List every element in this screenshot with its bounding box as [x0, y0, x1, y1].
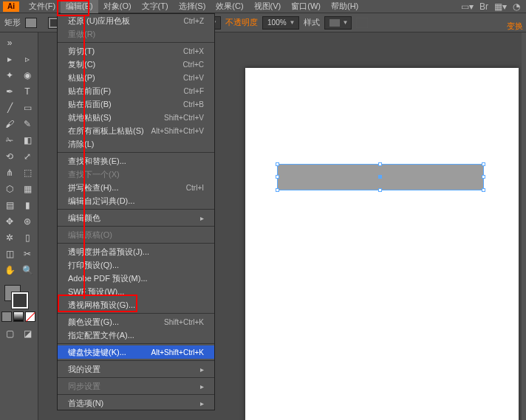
tool-panel: » ▸ ▹ ✦ ◉ ✒ T ╱ ▭ 🖌 ✎ ✁ ◧ ⟲ ⤢ ⋔ [0, 32, 38, 420]
edit-menu-item[interactable]: 颜色设置(G)...Shift+Ctrl+K [58, 315, 214, 328]
gradient-tool[interactable]: ▮ [19, 198, 35, 213]
free-transform-tool[interactable]: ⬚ [19, 165, 35, 180]
opacity-label[interactable]: 不透明度 [225, 17, 258, 28]
style-label: 样式 [304, 17, 320, 28]
fill-swatch[interactable] [25, 18, 37, 28]
edit-menu-item[interactable]: 查找和替换(E)... [58, 154, 214, 168]
fill-stroke-swatches[interactable] [1, 283, 36, 309]
color-mode-none[interactable] [25, 311, 35, 322]
color-mode-gradient[interactable] [13, 311, 24, 322]
edit-menu-item[interactable]: 贴在前面(F)Ctrl+F [58, 84, 214, 97]
blend-tool[interactable]: ⊛ [19, 214, 35, 229]
edit-menu-item[interactable]: 首选项(N)▸ [58, 396, 214, 410]
edit-menu-item[interactable]: 还原 (U)应用色板Ctrl+Z [58, 14, 214, 27]
rotate-tool[interactable]: ⟲ [1, 149, 18, 164]
type-tool[interactable]: T [19, 84, 35, 99]
resize-handle[interactable] [378, 162, 382, 166]
zoom-tool[interactable]: 🔍 [19, 263, 35, 278]
eyedropper-tool[interactable]: ✥ [1, 214, 18, 229]
menu-edit[interactable]: 编辑(E) [61, 0, 98, 13]
screen-mode-toggle[interactable]: ◪ [19, 326, 35, 341]
artboard[interactable] [245, 68, 519, 420]
edit-menu-item[interactable]: SWF 预设(W)... [58, 285, 214, 298]
edit-menu-item[interactable]: Adobe PDF 预设(M)... [58, 272, 214, 285]
edit-menu-item[interactable]: 我的设置▸ [58, 362, 214, 376]
align-icon[interactable] [356, 18, 368, 28]
edit-menu-item[interactable]: 指定配置文件(A)... [58, 328, 214, 342]
right-panel-collapsed[interactable] [522, 32, 526, 420]
resize-handle[interactable] [378, 188, 382, 192]
color-mode-solid[interactable] [1, 311, 12, 322]
selected-rectangle-shape[interactable] [277, 164, 484, 190]
slice-tool[interactable]: ✂ [19, 247, 35, 261]
hand-tool[interactable]: ✋ [1, 263, 18, 278]
arrange-icon[interactable]: ▦▾ [494, 1, 507, 12]
menu-type[interactable]: 文字(T) [137, 0, 174, 13]
opacity-value[interactable]: 100%▼ [262, 16, 299, 30]
center-point[interactable] [378, 175, 382, 179]
menu-file[interactable]: 文件(F) [24, 0, 61, 13]
resize-handle[interactable] [276, 188, 279, 192]
paintbrush-tool[interactable]: 🖌 [1, 117, 18, 131]
rectangle-tool[interactable]: ▭ [19, 100, 35, 115]
app-logo: Ai [3, 1, 19, 12]
menu-object[interactable]: 对象(O) [98, 0, 137, 13]
resize-handle[interactable] [276, 175, 279, 179]
edit-menu-item[interactable]: 打印预设(Q)... [58, 258, 214, 272]
resize-handle[interactable] [276, 162, 279, 166]
shape-type-label: 矩形 [4, 17, 21, 28]
resize-handle[interactable] [482, 175, 485, 179]
edit-menu-item[interactable]: 编辑颜色▸ [58, 211, 214, 224]
edit-menu-item[interactable]: 粘贴(P)Ctrl+V [58, 71, 214, 84]
edit-menu-item: 同步设置▸ [58, 379, 214, 393]
style-dropdown[interactable]: ▼ [324, 16, 352, 30]
edit-menu-item[interactable]: 键盘快捷键(K)...Alt+Shift+Ctrl+K [58, 345, 214, 359]
pen-tool[interactable]: ✒ [1, 84, 18, 99]
edit-menu-item: 查找下一个(X) [58, 168, 214, 181]
menu-select[interactable]: 选择(S) [174, 0, 211, 13]
edit-menu-item: 编辑原稿(O) [58, 228, 214, 241]
direct-selection-tool[interactable]: ▹ [19, 52, 35, 66]
edit-menu-item[interactable]: 透视网格预设(G)... [58, 298, 214, 311]
bridge-icon[interactable]: Br [479, 1, 488, 12]
double-arrow-icon[interactable]: » [1, 35, 18, 50]
lasso-tool[interactable]: ◉ [19, 68, 35, 83]
scale-tool[interactable]: ⤢ [19, 149, 35, 164]
resize-handle[interactable] [482, 188, 485, 192]
edit-menu-item[interactable]: 剪切(T)Ctrl+X [58, 44, 214, 58]
stroke-color-swatch[interactable] [12, 292, 28, 309]
transform-label[interactable]: 变换 [507, 21, 523, 32]
edit-menu-item[interactable]: 拼写检查(H)...Ctrl+I [58, 181, 214, 194]
edit-menu-item[interactable]: 在所有画板上粘贴(S)Alt+Shift+Ctrl+V [58, 124, 214, 137]
edit-menu-item[interactable]: 复制(C)Ctrl+C [58, 58, 214, 71]
edit-menu-item[interactable]: 透明度拼合器预设(J)... [58, 245, 214, 258]
eraser-tool[interactable]: ◧ [19, 133, 35, 148]
menu-window[interactable]: 窗口(W) [286, 0, 326, 13]
doc-layout-icon[interactable]: ▭▾ [461, 1, 474, 12]
graph-tool[interactable]: ▯ [19, 230, 35, 245]
blob-brush-tool[interactable]: ✁ [1, 133, 18, 148]
artboard-tool[interactable]: ◫ [1, 247, 18, 261]
shape-builder-tool[interactable]: ⬡ [1, 182, 18, 196]
edit-menu-item[interactable]: 就地粘贴(S)Shift+Ctrl+V [58, 111, 214, 124]
magic-wand-tool[interactable]: ✦ [1, 68, 18, 83]
edit-dropdown-menu: 还原 (U)应用色板Ctrl+Z重做(R)剪切(T)Ctrl+X复制(C)Ctr… [57, 13, 215, 410]
pencil-tool[interactable]: ✎ [19, 117, 35, 131]
perspective-grid-tool[interactable]: ▦ [19, 182, 35, 196]
resize-handle[interactable] [482, 162, 485, 166]
menu-help[interactable]: 帮助(H) [326, 0, 363, 13]
edit-menu-item: 重做(R) [58, 27, 214, 41]
symbol-sprayer-tool[interactable]: ✲ [1, 230, 18, 245]
line-tool[interactable]: ╱ [1, 100, 18, 115]
menu-effect[interactable]: 效果(C) [211, 0, 248, 13]
selection-tool[interactable]: ▸ [1, 52, 18, 66]
gauge-icon[interactable]: ◔ [513, 1, 520, 12]
width-tool[interactable]: ⋔ [1, 165, 18, 180]
screen-mode-normal[interactable]: ▢ [1, 326, 18, 341]
menu-view[interactable]: 视图(V) [249, 0, 287, 13]
mesh-tool[interactable]: ▤ [1, 198, 18, 213]
top-menu-bar: Ai 文件(F) 编辑(E) 对象(O) 文字(T) 选择(S) 效果(C) 视… [0, 0, 526, 13]
edit-menu-item[interactable]: 清除(L) [58, 137, 214, 151]
edit-menu-item[interactable]: 贴在后面(B)Ctrl+B [58, 97, 214, 111]
edit-menu-item[interactable]: 编辑自定词典(D)... [58, 194, 214, 207]
